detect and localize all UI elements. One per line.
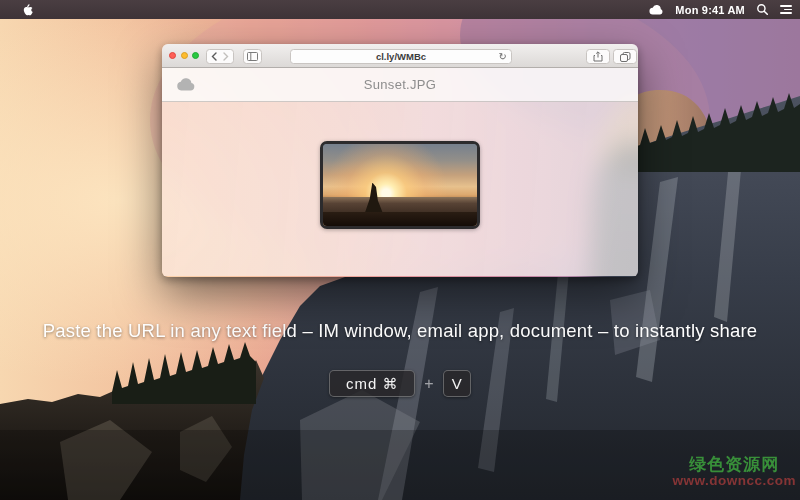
spotlight-search-icon[interactable] xyxy=(756,3,769,16)
minimize-button[interactable] xyxy=(181,52,188,59)
address-bar[interactable]: cl.ly/WMBc ↻ xyxy=(290,49,512,64)
v-keycap: V xyxy=(443,370,471,397)
show-tabs-button[interactable] xyxy=(613,49,637,64)
menu-bar-clock[interactable]: Mon 9:41 AM xyxy=(675,4,745,16)
forward-icon[interactable] xyxy=(223,52,229,61)
apple-menu-icon[interactable] xyxy=(21,2,34,17)
sunset-image[interactable] xyxy=(320,141,480,229)
safari-window: cl.ly/WMBc ↻ xyxy=(162,44,638,277)
watermark-site-url: www.downcc.com xyxy=(672,474,796,488)
page-title: Sunset.JPG xyxy=(162,77,638,92)
watermark-site-name: 绿色资源网 xyxy=(672,456,796,474)
watermark: 绿色资源网 www.downcc.com xyxy=(672,456,796,488)
cloudapp-page-body xyxy=(162,102,638,276)
cloudapp-page-header: Sunset.JPG xyxy=(162,68,638,102)
shortcut-keys: cmd ⌘ + V xyxy=(0,370,800,397)
nav-buttons xyxy=(206,49,234,64)
share-icon xyxy=(593,51,603,62)
sunset-sea xyxy=(323,197,477,213)
sidebar-button[interactable] xyxy=(243,49,262,64)
sidebar-icon xyxy=(247,52,258,61)
zoom-button[interactable] xyxy=(192,52,199,59)
traffic-lights xyxy=(169,52,199,59)
close-button[interactable] xyxy=(169,52,176,59)
menu-bar: Mon 9:41 AM xyxy=(0,0,800,19)
browser-toolbar: cl.ly/WMBc ↻ xyxy=(162,44,638,68)
share-hint-text: Paste the URL in any text field – IM win… xyxy=(0,320,800,342)
tabs-icon xyxy=(620,52,631,62)
plus-sign: + xyxy=(424,375,433,393)
notification-center-icon[interactable] xyxy=(780,5,792,14)
url-text: cl.ly/WMBc xyxy=(376,51,426,62)
share-button[interactable] xyxy=(586,49,610,64)
refresh-icon[interactable]: ↻ xyxy=(499,50,507,63)
cmd-keycap: cmd ⌘ xyxy=(329,370,415,397)
back-icon[interactable] xyxy=(211,52,217,61)
cloudapp-status-icon[interactable] xyxy=(649,4,664,15)
desktop: Mon 9:41 AM xyxy=(0,0,800,500)
sunset-beach xyxy=(323,212,477,226)
